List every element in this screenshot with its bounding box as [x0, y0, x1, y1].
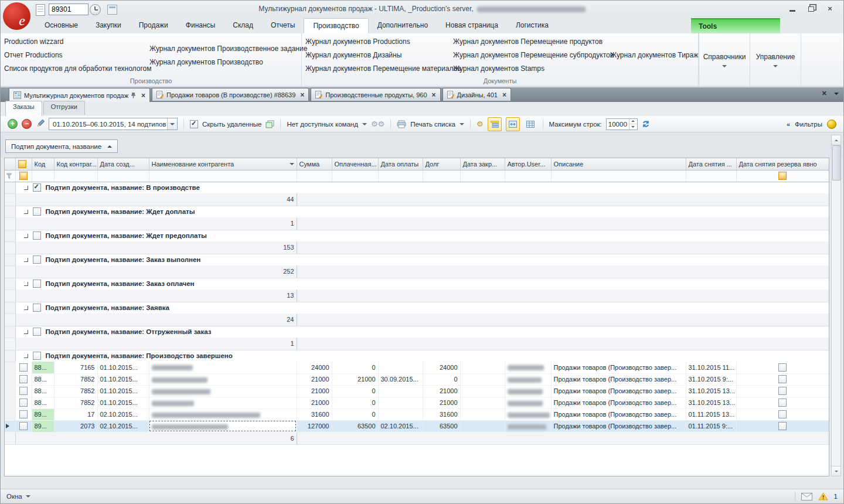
- filters-button[interactable]: Фильтры: [795, 121, 822, 128]
- group-checkbox[interactable]: [33, 328, 41, 336]
- row-select-cell[interactable]: [15, 373, 32, 385]
- cell-debt[interactable]: 21000: [423, 397, 460, 408]
- cell-description[interactable]: Продажи товаров (Производство завер...: [551, 408, 686, 420]
- edit-pencil-icon[interactable]: [36, 120, 45, 128]
- column-header[interactable]: Оплаченная...: [332, 158, 378, 170]
- filter-cell[interactable]: [149, 170, 297, 182]
- cell-reserve-explicit[interactable]: [736, 420, 829, 432]
- cell-contragent-name[interactable]: [149, 362, 297, 373]
- table-row[interactable]: 88...716501.10.2015...24000024000Продажи…: [5, 362, 829, 373]
- combobox-dropdown-icon[interactable]: [167, 118, 177, 130]
- warnings-icon[interactable]: [818, 492, 828, 500]
- expand-group-icon[interactable]: [24, 234, 28, 238]
- reserve-explicit-checkbox[interactable]: [778, 410, 787, 418]
- table-row[interactable]: 89...1702.10.2015...31600031600Продажи т…: [5, 408, 829, 420]
- group-row[interactable]: Подтип документа, название: Ждет доплаты: [5, 206, 829, 217]
- row-checkbox[interactable]: [19, 410, 28, 418]
- cell-created-date[interactable]: 01.10.2015...: [97, 362, 149, 373]
- cell-contragent-name[interactable]: [149, 385, 297, 397]
- ribbon-tab[interactable]: Основные: [36, 18, 87, 33]
- filter-cell[interactable]: [54, 170, 97, 182]
- cell-description[interactable]: Продажи товаров (Производство завер...: [551, 373, 686, 385]
- row-select-cell[interactable]: [15, 362, 32, 373]
- cell-created-date[interactable]: 01.10.2015...: [97, 397, 149, 408]
- cell-pay-date[interactable]: [378, 362, 423, 373]
- cell-created-date[interactable]: 01.10.2015...: [97, 373, 149, 385]
- cell-paid[interactable]: 0: [332, 397, 378, 408]
- hide-deleted-checkbox[interactable]: [190, 120, 198, 128]
- cell-contragent-code[interactable]: 17: [54, 408, 97, 420]
- best-fit-toggle-button[interactable]: [506, 117, 520, 131]
- commands-dropdown-icon[interactable]: [362, 123, 367, 125]
- select-all-header[interactable]: [15, 158, 32, 170]
- expand-group-icon[interactable]: [24, 282, 28, 286]
- ribbon-item[interactable]: Журнал документов Stamps: [450, 62, 607, 76]
- column-header[interactable]: Описание: [551, 158, 686, 170]
- windows-menu-dropdown-icon[interactable]: [26, 495, 30, 498]
- cell-description[interactable]: Продажи товаров (Производство завер...: [551, 362, 686, 373]
- cell-reserve-removed-date[interactable]: 01.11.2015 13...: [686, 408, 736, 420]
- filter-checkbox[interactable]: [19, 172, 28, 180]
- filter-cell[interactable]: [736, 170, 829, 182]
- group-row[interactable]: Подтип документа, название: Производство…: [5, 350, 829, 362]
- cell-contragent-code[interactable]: 7852: [54, 397, 97, 408]
- table-row[interactable]: 88...785201.10.2015...21000021000Продажи…: [5, 397, 829, 408]
- column-header[interactable]: Дата оплаты: [378, 158, 423, 170]
- delete-icon[interactable]: −: [22, 119, 32, 129]
- collapse-filters-icon[interactable]: «: [787, 121, 790, 128]
- ribbon-dropdown-button[interactable]: Справочники: [699, 33, 750, 86]
- row-checkbox[interactable]: [19, 363, 28, 372]
- table-row[interactable]: 88...785201.10.2015...210002100030.09.20…: [5, 373, 829, 385]
- view-tab[interactable]: Заказы: [5, 101, 42, 116]
- cell-reserve-explicit[interactable]: [736, 408, 829, 420]
- ribbon-item[interactable]: Журнал документов Перемещение продуктов: [450, 35, 607, 49]
- reserve-explicit-checkbox[interactable]: [778, 363, 787, 372]
- expand-group-icon[interactable]: [24, 330, 28, 334]
- filter-select-cell[interactable]: [15, 170, 32, 182]
- row-select-cell[interactable]: [15, 408, 32, 420]
- group-row[interactable]: Подтип документа, название: Заказ выполн…: [5, 254, 829, 265]
- cell-created-date[interactable]: 02.10.2015...: [97, 420, 149, 432]
- cell-close-date[interactable]: [460, 385, 505, 397]
- cell-description[interactable]: Продажи товаров (Производство завер...: [551, 385, 686, 397]
- column-header[interactable]: Дата снятия резерва явно: [736, 158, 829, 170]
- cell-reserve-explicit[interactable]: [736, 397, 829, 408]
- cell-pay-date[interactable]: [378, 397, 423, 408]
- print-list-button[interactable]: Печать списка: [410, 121, 455, 128]
- filter-checkbox[interactable]: [778, 172, 787, 180]
- ribbon-item[interactable]: Журнал документов Производство: [146, 55, 311, 69]
- column-header[interactable]: Код: [32, 158, 54, 170]
- group-checkbox[interactable]: [33, 352, 41, 360]
- cell-reserve-removed-date[interactable]: 31.10.2015 13...: [686, 397, 736, 408]
- expand-group-icon[interactable]: [24, 306, 28, 310]
- column-header[interactable]: Код контраг...: [54, 158, 97, 170]
- cell-description[interactable]: Продажи товаров (Производство завер...: [551, 420, 686, 432]
- stepper-down-icon[interactable]: [629, 124, 637, 130]
- print-dropdown-icon[interactable]: [460, 123, 464, 125]
- cell-code[interactable]: 89...: [32, 420, 54, 432]
- cell-sum[interactable]: 21000: [297, 373, 332, 385]
- group-by-chip[interactable]: Подтип документа, название: [5, 139, 118, 153]
- printer-icon[interactable]: [397, 120, 406, 128]
- filter-cell[interactable]: [460, 170, 505, 182]
- document-tab[interactable]: Дизайны, 401×: [443, 88, 511, 101]
- cell-reserve-explicit[interactable]: [736, 373, 829, 385]
- cell-reserve-removed-date[interactable]: 01.11.2015 9:...: [686, 420, 736, 432]
- open-in-window-icon[interactable]: [266, 120, 274, 128]
- column-header[interactable]: Дата закр...: [460, 158, 505, 170]
- group-row[interactable]: Подтип документа, название: Заявка: [5, 302, 829, 314]
- cell-debt[interactable]: 0: [423, 373, 460, 385]
- cell-contragent-code[interactable]: 7852: [54, 385, 97, 397]
- windows-menu-button[interactable]: Окна: [6, 493, 22, 500]
- cell-pay-date[interactable]: 02.10.2015...: [378, 420, 423, 432]
- scroll-up-icon[interactable]: [832, 135, 840, 145]
- view-tab[interactable]: Отгрузки: [43, 101, 85, 115]
- row-checkbox[interactable]: [19, 399, 28, 407]
- column-header[interactable]: Сумма: [297, 158, 332, 170]
- collapse-group-icon[interactable]: [24, 354, 28, 358]
- group-checkbox[interactable]: [33, 183, 41, 192]
- column-header[interactable]: Наименование контрагента: [149, 158, 297, 170]
- pin-icon[interactable]: [131, 92, 137, 98]
- reserve-explicit-checkbox[interactable]: [778, 387, 787, 395]
- filter-cell[interactable]: [551, 170, 686, 182]
